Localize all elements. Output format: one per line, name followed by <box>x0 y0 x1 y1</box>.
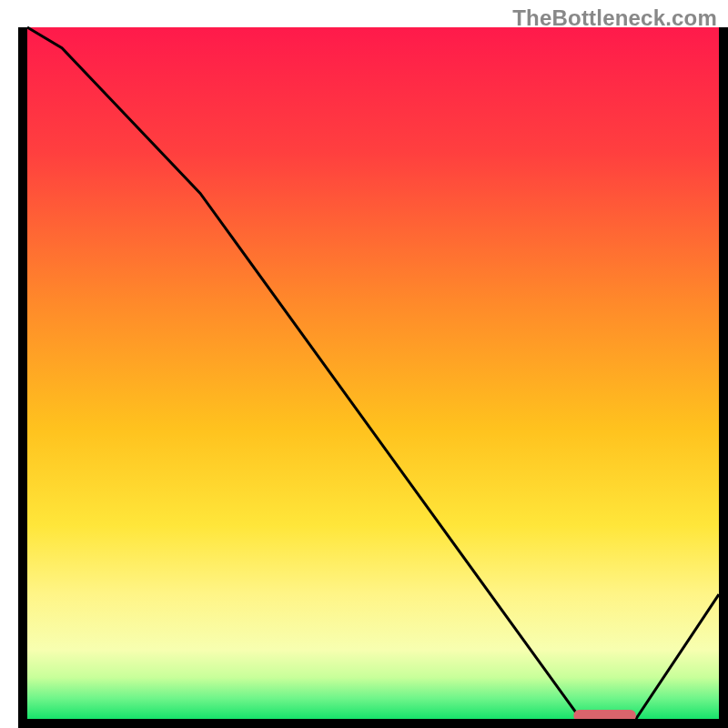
watermark-label: TheBottleneck.com <box>512 5 717 31</box>
chart-container: TheBottleneck.com <box>0 0 728 728</box>
plot-background <box>27 27 719 719</box>
chart-svg <box>0 0 728 728</box>
